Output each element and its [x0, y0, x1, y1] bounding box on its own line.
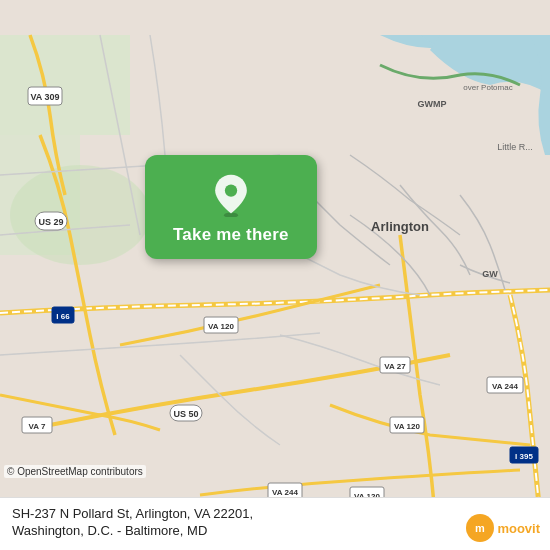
svg-text:I 395: I 395: [515, 452, 533, 461]
location-pin-icon: [209, 173, 253, 217]
svg-text:VA 309: VA 309: [30, 92, 59, 102]
svg-text:VA 244: VA 244: [492, 382, 518, 391]
svg-text:VA 244: VA 244: [272, 488, 298, 497]
moovit-text-label: moovit: [497, 521, 540, 536]
osm-copyright: © OpenStreetMap contributors: [4, 465, 146, 478]
svg-text:VA 7: VA 7: [29, 422, 46, 431]
svg-text:US 50: US 50: [173, 409, 198, 419]
address-line2: Washington, D.C. - Baltimore, MD: [12, 523, 207, 538]
address-text: SH-237 N Pollard St, Arlington, VA 22201…: [12, 506, 538, 540]
svg-text:GWMP: GWMP: [418, 99, 447, 109]
svg-text:m: m: [475, 522, 485, 534]
svg-text:GW: GW: [482, 269, 498, 279]
svg-point-34: [225, 184, 237, 196]
svg-text:Little R...: Little R...: [497, 142, 533, 152]
moovit-icon-svg: m: [470, 518, 490, 538]
svg-text:VA 120: VA 120: [394, 422, 420, 431]
moovit-icon: m: [466, 514, 494, 542]
svg-text:US 29: US 29: [38, 217, 63, 227]
take-me-there-button[interactable]: Take me there: [173, 225, 289, 245]
moovit-logo: m moovit: [466, 514, 540, 542]
svg-text:VA 120: VA 120: [208, 322, 234, 331]
svg-text:Arlington: Arlington: [371, 219, 429, 234]
svg-text:I 66: I 66: [56, 312, 70, 321]
copyright-text: © OpenStreetMap contributors: [7, 466, 143, 477]
button-overlay: Take me there: [145, 155, 317, 259]
svg-text:over Potomac: over Potomac: [463, 83, 512, 92]
address-line1: SH-237 N Pollard St, Arlington, VA 22201…: [12, 506, 253, 521]
map-container: VA 309 US 29 I 66 VA 7 US 50 VA 244 VA 1…: [0, 0, 550, 550]
green-card[interactable]: Take me there: [145, 155, 317, 259]
svg-text:VA 27: VA 27: [384, 362, 406, 371]
